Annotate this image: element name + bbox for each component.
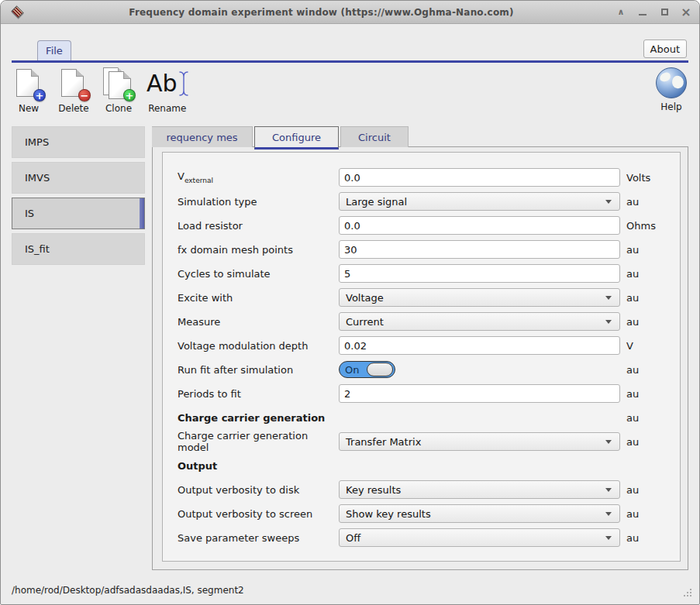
new-document-icon: +: [13, 67, 44, 100]
dropdown-select[interactable]: Key results: [339, 480, 620, 499]
field-label: Measure: [176, 316, 339, 328]
text-input[interactable]: [339, 168, 620, 187]
field-control: Large signal: [339, 192, 620, 211]
help-button[interactable]: Help: [654, 67, 688, 112]
shade-button[interactable]: ∧: [616, 7, 626, 18]
status-bar: /home/rod/Desktop/adfsadasdaadas,IS, seg…: [1, 576, 699, 604]
field-unit: au: [626, 292, 667, 304]
field-unit: au: [626, 436, 667, 448]
dropdown-select[interactable]: Large signal: [339, 192, 620, 211]
status-path: /home/rod/Desktop/adfsadasdaadas,IS, seg…: [12, 585, 244, 596]
tab-requency-mes[interactable]: requency mes: [152, 126, 253, 147]
body: IMPSIMVSISIS_fit requency mesConfigureCi…: [1, 123, 699, 576]
form-row: Charge carrier generationau: [176, 408, 667, 427]
field-control: Key results: [339, 480, 620, 499]
new-button[interactable]: + New: [12, 67, 46, 114]
dropdown-selected-value: Current: [346, 316, 605, 328]
toolbar: + New − Delete + Clone Ab: [1, 63, 699, 123]
window-title: Frequency domain experiment window (http…: [27, 7, 616, 18]
text-input[interactable]: [339, 216, 620, 235]
form-row: Output verbosity to diskKey resultsau: [176, 480, 667, 499]
text-input[interactable]: [339, 264, 620, 283]
rename-button[interactable]: Ab Rename: [147, 67, 188, 114]
tab-label: Circuit: [358, 132, 391, 143]
form-row: MeasureCurrentau: [176, 312, 667, 331]
text-input[interactable]: [339, 336, 620, 355]
field-control: On: [339, 361, 620, 378]
minus-badge-icon: −: [78, 89, 91, 101]
field-label: Load resistor: [176, 220, 339, 232]
chevron-down-icon: [605, 488, 612, 492]
dropdown-selected-value: Transfer Matrix: [346, 436, 605, 448]
field-unit: au: [626, 364, 667, 376]
sidebar-item-is[interactable]: IS: [12, 198, 145, 229]
form-row: Voltage modulation depthV: [176, 336, 667, 355]
dropdown-selected-value: Show key results: [346, 508, 605, 520]
dropdown-select[interactable]: Voltage: [339, 288, 620, 307]
dropdown-select[interactable]: Off: [339, 528, 620, 547]
tab-configure[interactable]: Configure: [254, 126, 339, 150]
sidebar-item-is_fit[interactable]: IS_fit: [12, 233, 145, 265]
chevron-down-icon: [605, 512, 612, 516]
sidebar-item-label: IMPS: [25, 136, 49, 148]
text-input[interactable]: [339, 384, 620, 403]
form-row: Periods to fitau: [176, 384, 667, 403]
field-unit: au: [626, 532, 667, 544]
toggle-switch[interactable]: On: [339, 361, 395, 378]
rename-text-cursor-icon: Ab: [147, 67, 188, 100]
field-control: [339, 264, 620, 283]
dropdown-selected-value: Large signal: [346, 196, 605, 208]
file-menu-tab[interactable]: File: [37, 40, 71, 60]
text-input[interactable]: [339, 240, 620, 259]
menu-underline: [12, 60, 688, 63]
tab-label: Configure: [272, 132, 321, 143]
form-scroll-area: VexternalVoltsSimulation typeLarge signa…: [162, 152, 681, 562]
field-label: Voltage modulation depth: [176, 340, 339, 352]
minimize-button[interactable]: [637, 7, 648, 18]
form-row: Run fit after simulationOnau: [176, 360, 667, 379]
dropdown-selected-value: Off: [346, 532, 605, 544]
field-label: fx domain mesh points: [176, 244, 339, 256]
close-button[interactable]: ×: [681, 7, 691, 18]
chevron-down-icon: [605, 200, 612, 204]
sidebar-item-imps[interactable]: IMPS: [12, 126, 145, 158]
dropdown-select[interactable]: Show key results: [339, 504, 620, 523]
field-unit: V: [626, 340, 667, 352]
clone-documents-icon: +: [103, 67, 134, 100]
field-unit: au: [626, 268, 667, 280]
globe-icon: [656, 67, 687, 98]
sidebar-item-imvs[interactable]: IMVS: [12, 162, 145, 194]
settings-form: VexternalVoltsSimulation typeLarge signa…: [176, 168, 667, 547]
field-label: Run fit after simulation: [176, 364, 339, 376]
field-label-subscript: external: [184, 177, 213, 184]
window-app-icon: [10, 5, 27, 19]
sidebar-item-label: IS_fit: [25, 243, 50, 255]
sidebar-item-label: IMVS: [25, 172, 50, 184]
toggle-state-label: On: [340, 364, 359, 376]
form-row: Load resistorOhms: [176, 216, 667, 235]
about-button[interactable]: About: [643, 40, 687, 58]
tab-circuit[interactable]: Circuit: [340, 126, 409, 147]
delete-button[interactable]: − Delete: [57, 67, 91, 114]
clone-button[interactable]: + Clone: [102, 67, 136, 114]
field-label: Save parameter sweeps: [176, 532, 339, 544]
field-unit: Ohms: [626, 220, 667, 232]
form-row: Simulation typeLarge signalau: [176, 192, 667, 211]
field-unit: au: [626, 244, 667, 256]
field-unit: au: [626, 316, 667, 328]
field-control: Transfer Matrix: [339, 432, 620, 451]
form-row: Cycles to simulateau: [176, 264, 667, 283]
dropdown-select[interactable]: Current: [339, 312, 620, 331]
title-bar: Frequency domain experiment window (http…: [1, 1, 699, 24]
chevron-down-icon: [605, 536, 612, 540]
resize-grip-icon[interactable]: [681, 586, 691, 596]
field-control: [339, 384, 620, 403]
field-unit: au: [626, 412, 667, 424]
maximize-button[interactable]: [659, 7, 670, 18]
field-label: Output verbosity to screen: [176, 508, 339, 520]
dropdown-select[interactable]: Transfer Matrix: [339, 432, 620, 451]
chevron-down-icon: [605, 320, 612, 324]
field-control: [339, 240, 620, 259]
field-control: Current: [339, 312, 620, 331]
field-control: [339, 336, 620, 355]
